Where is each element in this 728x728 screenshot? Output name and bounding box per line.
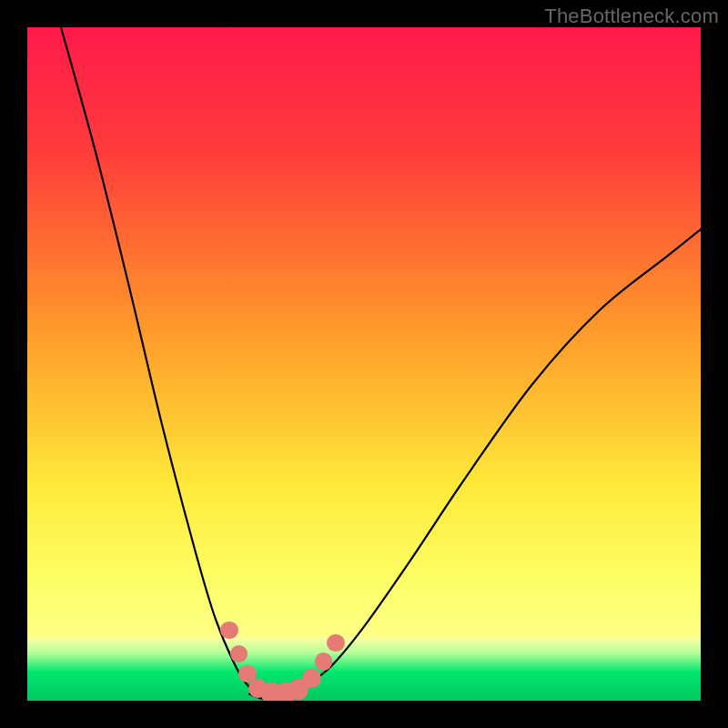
valley-marker xyxy=(327,634,344,652)
valley-marker xyxy=(315,652,332,670)
valley-marker xyxy=(302,669,321,688)
watermark-label: TheBottleneck.com xyxy=(544,5,719,28)
valley-markers xyxy=(27,27,701,701)
chart-frame xyxy=(27,27,701,701)
valley-marker xyxy=(230,645,248,662)
valley-marker xyxy=(220,622,238,639)
